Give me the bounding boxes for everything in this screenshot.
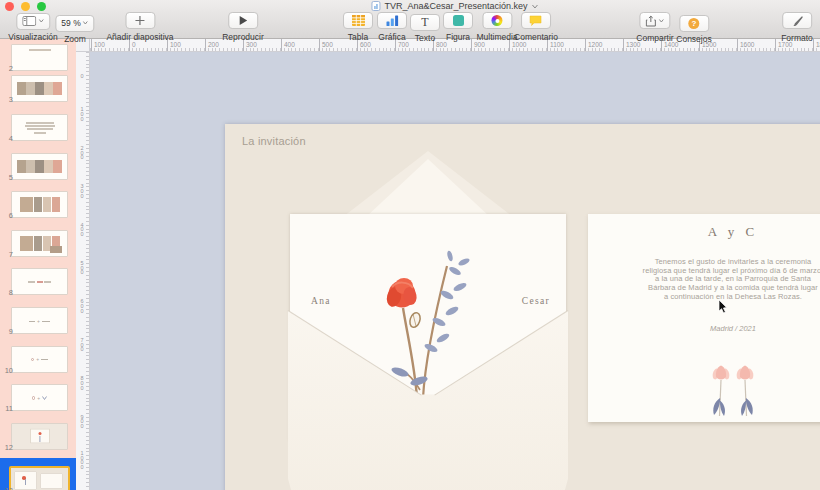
shape-icon [453,15,464,26]
media-icon [491,15,502,26]
slide-number-10: 10 [1,366,13,375]
toolbar-item-visualización: Visualización [8,12,57,42]
toolbar-button-visualización[interactable] [16,13,50,30]
ruler-label: 200 [205,38,219,51]
toolbar-label-gráfica: Gráfica [377,32,407,42]
close-window-button[interactable] [5,2,14,11]
toolbar-label-reproducir: Reproducir [222,32,264,42]
toolbar-label-consejos: Consejos [676,34,711,44]
toolbar-item-consejos: ?Consejos [676,12,711,44]
toolbar-item-gráfica: Gráfica [377,12,407,42]
ruler-label: 0 [76,74,88,79]
play-icon [238,15,248,26]
comment-icon [530,15,543,26]
format-icon [791,15,803,27]
mouse-cursor [718,300,728,314]
view-icon [22,16,36,26]
toolbar-item-multimedia: Multimedia [476,12,517,42]
toolbar-button-formato[interactable] [782,12,812,29]
ruler-label: 7 0 0 [76,338,88,352]
invitation-body-text: Tenemos el gusto de invitarles a la cere… [608,258,820,302]
ruler-label: 1600 [737,38,754,51]
ruler-label: 400 [281,38,295,51]
slide-thumbnail-2[interactable] [11,44,68,71]
toolbar-button-zoom[interactable]: 59 % [55,15,94,32]
toolbar-item-reproducir: Reproducir [222,12,264,42]
toolbar-button-texto[interactable]: T [410,14,440,31]
slide-thumbnail-12[interactable] [11,423,68,450]
toolbar-button-gráfica[interactable] [377,12,407,29]
ruler-label: 5 0 0 [76,261,88,275]
slide-thumbnail-9[interactable]: + [11,307,68,334]
tulips-illustration [704,364,762,419]
toolbar-label-figura: Figura [443,32,473,42]
table-icon [352,15,365,26]
envelope-graphic[interactable]: Ana Cesar [288,150,568,490]
toolbar-label-comentario: Comentario [514,32,558,42]
plus-icon [134,15,145,26]
share-icon [646,15,657,27]
bride-name: Ana [311,296,331,306]
toolbar-label-formato: Formato [781,33,813,43]
slide-thumbnail-10[interactable]: + [11,346,68,373]
ruler-label: 1800 [813,38,820,51]
toolbar-button-multimedia[interactable] [482,12,512,29]
invitation-footer-text: Madrid / 2021 [588,324,820,333]
slide-number-13: 13 [1,486,13,490]
toolbar-button-reproducir[interactable] [228,12,258,29]
chevron-down-icon [38,19,44,23]
toolbar-button-consejos[interactable]: ? [679,15,709,32]
document-title-group[interactable]: TVR_Ana&Cesar_Presentación.key [371,0,538,12]
toolbar-label-multimedia: Multimedia [476,32,517,42]
chevron-down-icon [659,19,665,23]
envelope-back-flap-inner [288,159,568,214]
chevron-down-icon [83,21,89,25]
slide-thumbnail-6[interactable] [11,191,68,218]
tips-icon: ? [689,18,700,29]
slide-number-8: 8 [1,288,13,297]
slide-number-11: 11 [1,404,13,413]
slide-number-7: 7 [1,250,13,259]
ruler-label: 1 0 0 0 [76,451,88,470]
toolbar-label-zoom: Zoom [55,34,94,44]
editor-canvas[interactable]: La invitación Ana Cesar [90,52,820,490]
title-chevron-icon[interactable] [532,4,539,9]
toolbar-button-añadir-diapositiva[interactable] [125,12,155,29]
slide-thumbnail-5[interactable] [11,153,68,180]
slide-thumbnail-13[interactable] [9,466,70,490]
keynote-window: { "window": { "title": "TVR_Ana&Cesar_Pr… [0,0,820,490]
ruler-label: 500 [319,38,333,51]
toolbar-item-compartir: Compartir [636,12,673,43]
ruler-label: 3 0 0 [76,184,88,198]
slide-thumbnail-3[interactable] [11,75,68,102]
slide-number-4: 4 [1,134,13,143]
ruler-label: 9 0 0 [76,415,88,429]
invitation-card[interactable]: A y C Tenemos el gusto de invitarles a l… [588,214,820,422]
toolbar-item-formato: Formato [781,12,813,43]
title-bar: TVR_Ana&Cesar_Presentación.key Visualiza… [0,0,820,39]
slide-title-text[interactable]: La invitación [242,135,306,147]
toolbar-item-zoom: 59 %Zoom [55,12,94,44]
ruler-label: 2 0 0 [76,146,88,160]
slide-thumbnail-8[interactable] [11,268,68,295]
zoom-level-value: 59 % [61,18,80,28]
groom-name: Cesar [522,296,550,306]
toolbar-button-comentario[interactable] [521,12,551,29]
slide-number-6: 6 [1,211,13,220]
slide-number-9: 9 [1,327,13,336]
toolbar-button-tabla[interactable] [343,12,373,29]
toolbar-button-compartir[interactable] [640,12,671,29]
slide-number-5: 5 [1,173,13,182]
text-icon: T [421,17,428,28]
slide-canvas[interactable]: La invitación Ana Cesar [225,124,820,490]
minimize-window-button[interactable] [21,2,30,11]
toolbar-button-figura[interactable] [443,12,473,29]
toolbar-item-añadir-diapositiva: Añadir diapositiva [106,12,173,42]
slide-thumbnail-4[interactable] [11,114,68,141]
zoom-window-button[interactable] [37,2,46,11]
slide-thumbnail-7[interactable] [11,230,68,257]
monogram-text: A y C [588,224,820,240]
vertical-ruler: 01 0 02 0 03 0 04 0 05 0 06 0 07 0 08 0 … [76,52,90,490]
keynote-document-icon [371,1,380,11]
slide-thumbnail-11[interactable]: + [11,384,68,411]
